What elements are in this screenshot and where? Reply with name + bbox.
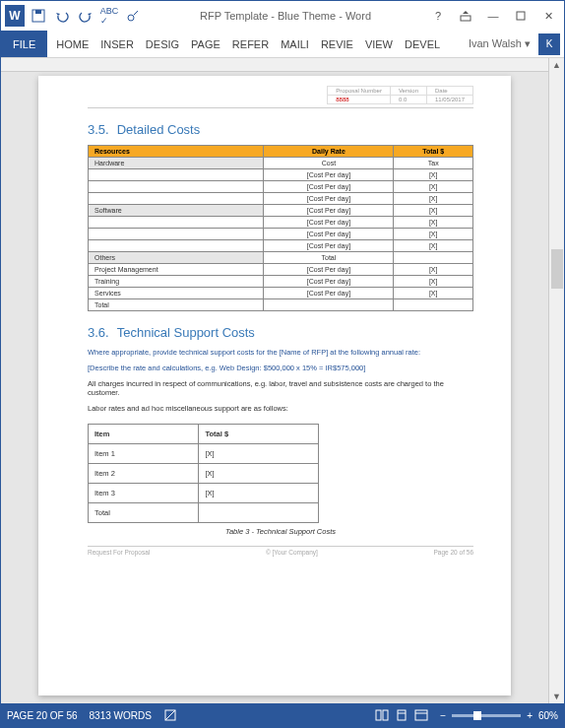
- zoom-thumb[interactable]: [473, 711, 481, 720]
- page-footer: Request For Proposal © [Your Company] Pa…: [88, 546, 473, 556]
- heading-3-6[interactable]: 3.6.Technical Support Costs: [88, 325, 473, 340]
- footer-left: Request For Proposal: [88, 549, 150, 556]
- collapse-ribbon-icon[interactable]: K: [538, 33, 560, 55]
- table-row: [Cost Per day][X]: [89, 240, 473, 252]
- table-row: HardwareCostTax: [89, 158, 473, 169]
- table-row: [Cost Per day][X]: [89, 217, 473, 229]
- note-line-2[interactable]: [Describe the rate and calculations, e.g…: [88, 364, 473, 373]
- ribbon-options-icon[interactable]: [452, 6, 479, 26]
- titlebar: W ABC✓ RFP Template - Blue Theme - Word …: [1, 1, 564, 31]
- zoom-level[interactable]: 60%: [538, 710, 558, 721]
- tab-view[interactable]: VIEW: [360, 33, 398, 56]
- heading-3-5[interactable]: 3.5.Detailed Costs: [88, 122, 473, 137]
- tab-review[interactable]: REVIE: [316, 33, 358, 56]
- table-row: Services[Cost Per day][X]: [89, 288, 473, 299]
- ribbon-tab-list: HOME INSER DESIG PAGE REFER MAILI REVIE …: [47, 33, 465, 56]
- technical-support-table[interactable]: ItemTotal $ Item 1[X] Item 2[X] Item 3[X…: [88, 424, 319, 523]
- svg-rect-10: [415, 710, 427, 720]
- svg-rect-1: [35, 10, 41, 14]
- zoom-control: − + 60%: [440, 710, 558, 721]
- scroll-up-icon[interactable]: ▲: [552, 60, 561, 70]
- table-row: [Cost Per day][X]: [89, 169, 473, 181]
- help-icon[interactable]: ?: [424, 6, 452, 26]
- view-web-icon[interactable]: [414, 709, 428, 721]
- table-row: [Cost Per day][X]: [89, 181, 473, 193]
- status-words[interactable]: 8313 WORDS: [90, 710, 152, 721]
- scroll-track[interactable]: [551, 72, 563, 690]
- table-row: Total: [89, 299, 473, 311]
- close-icon[interactable]: ✕: [534, 6, 562, 26]
- ribbon-tabs: FILE HOME INSER DESIG PAGE REFER MAILI R…: [1, 31, 564, 58]
- view-read-icon[interactable]: [375, 709, 389, 721]
- svg-rect-6: [376, 710, 381, 720]
- note-line-1[interactable]: Where appropriate, provide technical sup…: [88, 348, 473, 358]
- body-line-2[interactable]: Labor rates and ad hoc miscellaneous sup…: [88, 404, 473, 414]
- table-row: [Cost Per day][X]: [89, 229, 473, 240]
- user-name[interactable]: Ivan Walsh ▾: [465, 37, 534, 50]
- status-page[interactable]: PAGE 20 OF 56: [7, 710, 78, 721]
- body-line-1[interactable]: All charges incurred in respect of commu…: [88, 379, 473, 399]
- status-proof-icon[interactable]: [163, 708, 177, 722]
- table-row: Training[Cost Per day][X]: [89, 276, 473, 288]
- word-app-icon[interactable]: W: [5, 6, 25, 26]
- undo-icon[interactable]: [52, 6, 72, 26]
- table-row: Software[Cost Per day][X]: [89, 205, 473, 217]
- table-row: Project Management[Cost Per day][X]: [89, 264, 473, 276]
- table-row: Item 2[X]: [89, 463, 319, 483]
- view-buttons: [375, 709, 428, 721]
- minimize-icon[interactable]: —: [479, 6, 507, 26]
- statusbar: PAGE 20 OF 56 8313 WORDS − + 60%: [1, 703, 564, 727]
- zoom-in-icon[interactable]: +: [527, 710, 533, 721]
- svg-rect-3: [461, 16, 471, 21]
- quick-access-toolbar: W ABC✓: [1, 6, 147, 26]
- table-row: Item 3[X]: [89, 483, 319, 502]
- page-header-info: Proposal NumberVersionDate 88880.011/05/…: [88, 86, 473, 104]
- table-caption[interactable]: Table 3 - Technical Support Costs: [88, 527, 473, 536]
- vertical-scrollbar[interactable]: ▲ ▼: [548, 58, 564, 703]
- tab-home[interactable]: HOME: [51, 33, 94, 56]
- header-rule: [88, 107, 473, 108]
- scroll-down-icon[interactable]: ▼: [552, 692, 561, 701]
- table-row: [Cost Per day][X]: [89, 193, 473, 205]
- save-icon[interactable]: [29, 6, 48, 26]
- tab-page[interactable]: PAGE: [186, 33, 225, 56]
- maximize-icon[interactable]: [507, 6, 534, 26]
- tab-mailings[interactable]: MAILI: [276, 33, 314, 56]
- scroll-thumb[interactable]: [551, 249, 563, 289]
- document-page[interactable]: Proposal NumberVersionDate 88880.011/05/…: [38, 76, 511, 695]
- svg-point-2: [128, 15, 134, 21]
- table-row: Total: [89, 502, 319, 522]
- touch-mode-icon[interactable]: [123, 6, 143, 26]
- svg-rect-8: [398, 710, 406, 720]
- workspace: Proposal NumberVersionDate 88880.011/05/…: [1, 58, 564, 703]
- table-row: Item 1[X]: [89, 443, 319, 463]
- spellcheck-icon[interactable]: ABC✓: [99, 6, 119, 26]
- detailed-costs-table[interactable]: ResourcesDaily RateTotal $ HardwareCostT…: [88, 145, 473, 311]
- redo-icon[interactable]: [76, 6, 95, 26]
- footer-center: © [Your Company]: [266, 549, 318, 556]
- ruler[interactable]: [1, 58, 548, 72]
- window-title: RFP Template - Blue Theme - Word: [147, 10, 424, 22]
- tab-references[interactable]: REFER: [227, 33, 274, 56]
- zoom-slider[interactable]: [452, 714, 521, 717]
- file-tab[interactable]: FILE: [1, 31, 47, 57]
- table-row: OthersTotal: [89, 252, 473, 264]
- view-print-icon[interactable]: [395, 709, 408, 721]
- tab-design[interactable]: DESIG: [141, 33, 184, 56]
- tab-insert[interactable]: INSER: [95, 33, 139, 56]
- footer-right: Page 20 of 56: [434, 549, 473, 556]
- svg-rect-4: [517, 12, 525, 20]
- svg-rect-7: [383, 710, 388, 720]
- window-controls: ? — ✕: [424, 6, 564, 26]
- page-area[interactable]: Proposal NumberVersionDate 88880.011/05/…: [1, 58, 548, 703]
- tab-developer[interactable]: DEVEL: [400, 33, 445, 56]
- zoom-out-icon[interactable]: −: [440, 710, 446, 721]
